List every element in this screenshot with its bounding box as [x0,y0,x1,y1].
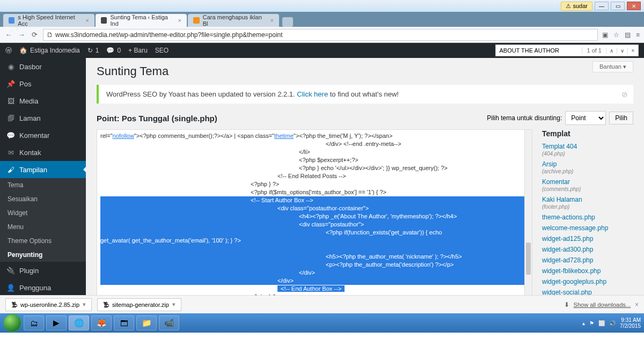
download-chip[interactable]: 🗜sitemap-generator.zip ▾ [97,298,181,311]
template-link[interactable]: widget-ad728.php [542,255,633,266]
sidebar-item-media[interactable]: 🖾Media [0,92,86,109]
dismiss-notice-icon[interactable]: ⊘ [621,90,628,99]
window-close[interactable]: ✕ [627,2,641,10]
tray-expand-icon[interactable]: ▴ [582,320,585,326]
sidebar-submenu: Tema Sesuaikan Widget Menu Theme Options… [0,178,86,262]
template-link[interactable]: theme-actions.php [542,212,633,223]
plug-icon: 🔌 [6,266,15,275]
sidebar-item-pages[interactable]: 🗐Laman [0,109,86,127]
template-link[interactable]: Templat 404 [542,141,633,152]
close-tab-icon[interactable]: × [178,17,181,24]
browser-toolbar: ← → ⟳ 🗋 www.s3indomedia.net/wp-admin/the… [0,27,644,43]
tray-network-icon[interactable]: ⬜ [598,320,605,326]
sidebar-item-dashboard[interactable]: ◉Dasbor [0,58,86,75]
template-link[interactable]: Kaki Halaman [542,194,633,205]
browser-tab[interactable]: s High Speed Internet Acc× [3,14,94,27]
address-bar[interactable]: 🗋 www.s3indomedia.net/wp-admin/theme-edi… [43,29,598,41]
new-tab-button[interactable] [282,17,293,27]
taskbar-firefox-icon[interactable]: 🦊 [91,315,112,330]
close-tab-icon[interactable]: × [86,17,89,24]
tray-flag-icon[interactable]: ⚑ [589,320,594,326]
close-downloads-bar[interactable]: × [635,301,639,308]
notice-link[interactable]: Click here [297,90,328,98]
forward-button[interactable]: → [17,31,26,39]
new-content-link[interactable]: + Baru [128,47,148,54]
system-tray[interactable]: ▴ ⚑ ⬜ 🔊 9:31 AM 7/2/2015 [582,317,641,329]
updates-link[interactable]: ↻ 1 [87,47,99,54]
taskbar-app-icon[interactable]: 🗔 [114,315,134,330]
template-link[interactable]: widget-ad300.php [542,244,633,255]
code-editor[interactable]: rel="nofollow"><?php comments_number();?… [97,129,532,295]
find-in-page-bar: 1 of 1 ∧ ∨ × [495,45,639,56]
back-button[interactable]: ← [4,31,13,39]
find-next-button[interactable]: ∨ [617,48,627,54]
browser-tab[interactable]: Sunting Tema ‹ Estiga Ind× [96,14,187,27]
page-icon: 🗐 [6,114,15,122]
scrollbar[interactable] [524,130,532,295]
sidebar-item-posts[interactable]: 📌Pos [0,75,86,92]
select-theme-button[interactable]: Pilih [609,112,633,124]
extension-icon[interactable]: ▤ [625,31,631,39]
template-list: Templat Templat 404 (404.php) Arsip (arc… [542,129,633,295]
window-maximize[interactable]: ▭ [611,2,625,10]
sidebar-item-users[interactable]: 👤Pengguna [0,279,86,295]
sidebar-item-appearance[interactable]: 🖌Tampilan [0,161,86,178]
taskbar-chrome-icon[interactable]: 🌐 [69,315,89,330]
submenu-menus[interactable]: Menu [0,220,86,234]
submenu-themes[interactable]: Tema [0,178,86,192]
windows-taskbar: 🗂 ▶ 🌐 🦊 🗔 📁 📹 ▴ ⚑ ⬜ 🔊 9:31 AM 7/2/2015 [0,313,644,333]
theme-select[interactable]: Point [565,111,606,125]
system-clock[interactable]: 9:31 AM 7/2/2015 [620,317,641,329]
zip-icon: 🗜 [103,302,109,308]
menu-icon[interactable]: ≡ [636,31,640,39]
taskbar-media-icon[interactable]: ▶ [46,315,67,330]
idm-icon[interactable]: ▣ [602,31,608,39]
windows-user-badge: ⚠ sudar [561,2,592,11]
taskbar-explorer-icon[interactable]: 🗂 [24,315,44,330]
template-link[interactable]: widget-fblikebox.php [542,266,633,276]
submenu-widgets[interactable]: Widget [0,206,86,220]
scrollbar-thumb[interactable] [526,243,531,275]
template-link[interactable]: welcome-message.php [542,223,633,233]
download-chip[interactable]: 🗜wp-useronline.2.85.zip ▾ [5,298,92,311]
wp-admin-bar: ⓦ 🏠 Estiga Indomedia ↻ 1 💬 0 + Baru SEO … [0,43,644,58]
template-link[interactable]: widget-ad125.php [542,233,633,244]
browser-tabstrip: s High Speed Internet Acc× Sunting Tema … [0,12,644,27]
help-tab[interactable]: Bantuan ▾ [592,61,633,72]
taskbar-camera-icon[interactable]: 📹 [159,315,179,330]
star-icon[interactable]: ☆ [613,31,619,39]
file-heading: Point: Pos Tunggal (single.php) [97,114,217,123]
taskbar-folder-icon[interactable]: 📁 [136,315,157,330]
browser-tab[interactable]: Cara menghapus iklan Bl× [188,14,279,27]
template-filename: (comments.php) [542,186,633,192]
find-prev-button[interactable]: ∧ [606,48,617,54]
reload-button[interactable]: ⟳ [30,31,39,39]
window-minimize[interactable]: — [595,2,609,10]
user-icon: 👤 [6,283,15,292]
page-title: Sunting Tema [97,64,633,78]
window-titlebar: ⚠ sudar — ▭ ✕ [0,0,644,12]
template-link[interactable]: widget-social.php [542,287,633,295]
template-link[interactable]: Komentar [542,177,633,187]
submenu-customize[interactable]: Sesuaikan [0,192,86,206]
template-link[interactable]: widget-googleplus.php [542,276,633,287]
pin-icon: 📌 [6,79,15,88]
template-link[interactable]: Arsip [542,159,633,170]
submenu-editor[interactable]: Penyunting [0,248,86,262]
favicon-icon [9,17,14,24]
sidebar-item-contact[interactable]: ✉Kontak [0,144,86,161]
wp-logo-icon[interactable]: ⓦ [5,46,12,55]
sidebar-item-plugins[interactable]: 🔌Plugin [0,262,86,279]
site-name-link[interactable]: 🏠 Estiga Indomedia [19,47,80,54]
show-all-downloads-link[interactable]: Show all downloads... [574,302,631,308]
comments-link[interactable]: 💬 0 [106,47,121,54]
comment-icon: 💬 [6,131,15,139]
seo-link[interactable]: SEO [155,47,169,54]
find-input[interactable] [496,45,582,56]
sidebar-item-comments[interactable]: 💬Komentar [0,127,86,144]
close-tab-icon[interactable]: × [270,17,274,24]
tray-volume-icon[interactable]: 🔊 [609,320,616,326]
submenu-theme-options[interactable]: Theme Options [0,234,86,248]
start-button[interactable] [3,314,21,332]
find-close-button[interactable]: × [627,48,638,54]
